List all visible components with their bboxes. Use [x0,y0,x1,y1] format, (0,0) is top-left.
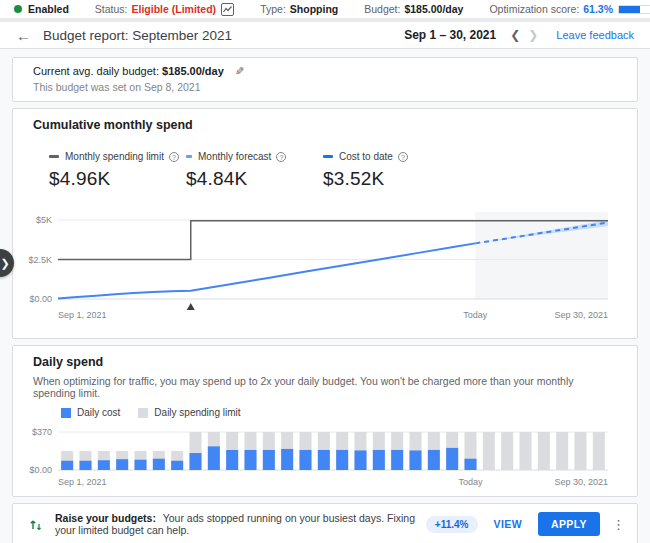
cost-to-date-value: $3.52K [323,168,460,190]
enabled-dot-icon [14,5,22,13]
main-content: Current avg. daily budget: $185.00/day ✎… [0,49,650,543]
spending-limit-value: $4.96K [49,168,186,190]
forecast-value: $4.84K [186,168,323,190]
daily-description: When optimizing for traffic, you may spe… [13,375,637,399]
page-header: ← Budget report: September 2021 Sep 1 – … [0,22,650,49]
cost-to-date-help-icon[interactable]: ? [398,152,408,162]
daily-section-title: Daily spend [13,355,637,369]
current-budget-value: $185.00/day [162,65,224,77]
metric-cost-to-date: Cost to date ? $3.52K [323,151,460,190]
daily-limit-swatch-icon [138,408,148,418]
budget-set-note: This budget was set on Sep 8, 2021 [33,81,617,93]
cost-to-date-swatch-icon [323,155,333,158]
edit-budget-pencil-icon[interactable]: ✎ [235,65,244,78]
daily-limit-legend-label: Daily spending limit [154,407,240,418]
enabled-chip[interactable]: Enabled [14,3,69,15]
budget-label: Budget: [364,3,400,15]
optimization-score-bar [618,5,650,14]
status-history-chart-icon[interactable] [221,3,234,16]
more-options-dots-icon[interactable]: ⋮ [612,517,625,532]
type-label: Type: [260,3,286,15]
daily-spend-chart: $370$0.00Sep 1, 2021TodaySep 30, 2021 [13,424,639,490]
cumulative-section-title: Cumulative monthly spend [13,118,637,132]
view-button[interactable]: VIEW [494,518,522,530]
optimization-score-group: Optimization score: 61.3% [489,3,650,15]
spending-limit-help-icon[interactable]: ? [169,152,179,162]
chevron-right-icon: ❯ [0,257,9,270]
daily-cost-legend-label: Daily cost [77,407,120,418]
svg-text:Sep 30, 2021: Sep 30, 2021 [554,310,608,320]
daily-cost-legend-item: Daily cost [61,407,120,418]
svg-text:$2.5K: $2.5K [28,255,52,265]
uplift-arrows-icon [29,517,43,531]
forecast-label: Monthly forecast [198,151,271,162]
prev-period-chevron-icon[interactable]: ❮ [510,28,520,42]
status-value: Eligible (Limited) [132,3,217,15]
daily-cost-swatch-icon [61,408,71,418]
optimization-score-bar-fill [619,6,640,13]
leave-feedback-link[interactable]: Leave feedback [556,29,634,41]
next-period-chevron-icon[interactable]: ❯ [528,28,538,42]
type-group: Type: Shopping [260,3,338,15]
spending-limit-swatch-icon [49,155,59,158]
current-budget-label: Current avg. daily budget: [33,65,159,77]
svg-text:Sep 1, 2021: Sep 1, 2021 [58,310,107,320]
metric-monthly-spending-limit: Monthly spending limit ? $4.96K [49,151,186,190]
apply-button[interactable]: APPLY [538,512,600,536]
uplift-badge: +11.4% [426,516,478,533]
svg-text:$5K: $5K [36,215,52,225]
forecast-swatch-icon [186,155,192,158]
svg-text:$370: $370 [32,427,52,437]
current-budget-card: Current avg. daily budget: $185.00/day ✎… [12,57,638,102]
optimization-score-label: Optimization score: [489,3,579,15]
metric-monthly-forecast: Monthly forecast ? $4.84K [186,151,323,190]
status-label: Status: [95,3,128,15]
svg-text:Today: Today [458,477,483,487]
recommendation-title: Raise your budgets: [55,512,156,524]
optimization-score-value: 61.3% [583,3,613,15]
date-range[interactable]: Sep 1 – 30, 2021 [404,28,496,42]
page-title: Budget report: September 2021 [43,28,232,43]
svg-text:$0.00: $0.00 [29,294,52,304]
status-toolbar: Enabled Status: Eligible (Limited) Type:… [0,0,650,22]
cumulative-metrics: Monthly spending limit ? $4.96K Monthly … [13,151,637,190]
svg-text:Today: Today [463,310,488,320]
type-value: Shopping [290,3,338,15]
recommendation-card: Raise your budgets: Your ads stopped run… [12,503,638,543]
daily-legend: Daily cost Daily spending limit [13,407,637,418]
cost-to-date-label: Cost to date [339,151,393,162]
budget-group: Budget: $185.00/day [364,3,463,15]
spending-limit-label: Monthly spending limit [65,151,164,162]
status-group: Status: Eligible (Limited) [95,3,234,16]
enabled-label: Enabled [28,3,69,15]
svg-text:$0.00: $0.00 [29,465,52,475]
cumulative-spend-card: Cumulative monthly spend Monthly spendin… [12,108,638,339]
cumulative-chart: $5K$2.5K$0.00Sep 1, 2021TodaySep 30, 202… [13,206,639,324]
back-arrow-icon[interactable]: ← [16,28,31,43]
budget-value: $185.00/day [404,3,463,15]
daily-limit-legend-item: Daily spending limit [138,407,240,418]
svg-text:Sep 1, 2021: Sep 1, 2021 [58,477,107,487]
forecast-help-icon[interactable]: ? [276,152,286,162]
daily-spend-card: Daily spend When optimizing for traffic,… [12,345,638,497]
svg-text:Sep 30, 2021: Sep 30, 2021 [554,477,608,487]
